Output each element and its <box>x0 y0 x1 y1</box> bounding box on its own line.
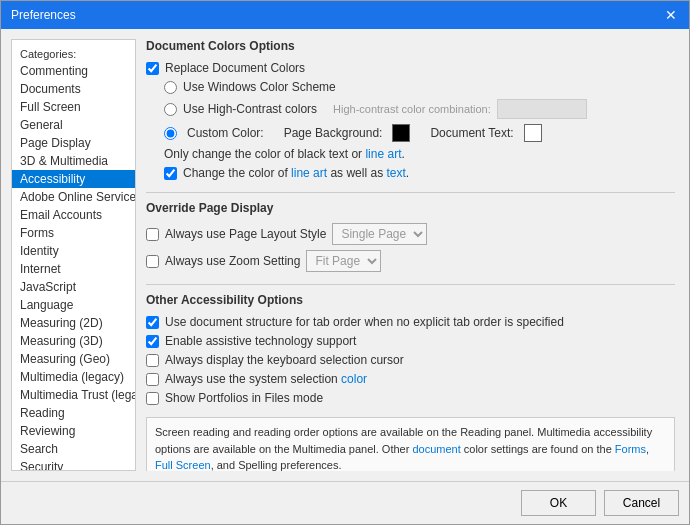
preferences-dialog: Preferences ✕ Categories: CommentingDocu… <box>0 0 690 525</box>
full-screen-link[interactable]: Full Screen <box>155 459 211 471</box>
system-color-link[interactable]: color <box>341 372 367 386</box>
ok-button[interactable]: OK <box>521 490 596 516</box>
use-doc-structure-row: Use document structure for tab order whe… <box>146 315 675 329</box>
override-page-display-section: Override Page Display Always use Page La… <box>146 201 675 272</box>
sidebar: Categories: CommentingDocumentsFull Scre… <box>11 39 136 471</box>
show-portfolios-checkbox[interactable] <box>146 392 159 405</box>
dialog-title: Preferences <box>11 8 76 22</box>
sidebar-item-full-screen[interactable]: Full Screen <box>12 98 135 116</box>
zoom-dropdown[interactable]: Fit Page <box>306 250 381 272</box>
sidebar-item-3d-&-multimedia[interactable]: 3D & Multimedia <box>12 152 135 170</box>
other-accessibility-section: Other Accessibility Options Use document… <box>146 293 675 405</box>
sidebar-item-measuring-3d[interactable]: Measuring (3D) <box>12 332 135 350</box>
zoom-setting-row: Always use Zoom Setting Fit Page <box>146 250 675 272</box>
page-background-swatch[interactable] <box>392 124 410 142</box>
override-page-display-title: Override Page Display <box>146 201 675 215</box>
close-button[interactable]: ✕ <box>663 7 679 23</box>
change-color-line-art-row: Change the color of line art as well as … <box>164 166 675 180</box>
categories-label: Categories: <box>12 44 135 62</box>
replace-doc-colors-row: Replace Document Colors <box>146 61 675 75</box>
sidebar-item-multimedia-legacy[interactable]: Multimedia (legacy) <box>12 368 135 386</box>
sidebar-item-adobe-online-services[interactable]: Adobe Online Services <box>12 188 135 206</box>
replace-doc-colors-checkbox[interactable] <box>146 62 159 75</box>
always-use-system-checkbox[interactable] <box>146 373 159 386</box>
custom-color-label[interactable]: Custom Color: <box>187 126 264 140</box>
main-panel: Document Colors Options Replace Document… <box>146 39 679 471</box>
always-display-keyboard-checkbox[interactable] <box>146 354 159 367</box>
always-use-system-label: Always use the system selection color <box>165 372 367 386</box>
enable-assistive-row: Enable assistive technology support <box>146 334 675 348</box>
always-display-keyboard-row: Always display the keyboard selection cu… <box>146 353 675 367</box>
sidebar-item-identity[interactable]: Identity <box>12 242 135 260</box>
scrollable-content: Document Colors Options Replace Document… <box>146 39 679 471</box>
high-contrast-color-field[interactable] <box>497 99 587 119</box>
high-contrast-row: Use High-Contrast colors High-contrast c… <box>164 99 675 119</box>
windows-color-scheme-row: Use Windows Color Scheme <box>164 80 675 94</box>
page-layout-row: Always use Page Layout Style Single Page <box>146 223 675 245</box>
show-portfolios-row: Show Portfolios in Files mode <box>146 391 675 405</box>
sidebar-item-accessibility[interactable]: Accessibility <box>12 170 135 188</box>
document-link[interactable]: document <box>412 443 460 455</box>
info-text-1: Screen reading and reading order options… <box>155 426 652 471</box>
only-change-color-row: Only change the color of black text or l… <box>164 147 675 161</box>
sidebar-item-javascript[interactable]: JavaScript <box>12 278 135 296</box>
info-box: Screen reading and reading order options… <box>146 417 675 471</box>
divider-2 <box>146 284 675 285</box>
doc-colors-title: Document Colors Options <box>146 39 675 53</box>
line-art-link-2[interactable]: line art <box>291 166 327 180</box>
cancel-button[interactable]: Cancel <box>604 490 679 516</box>
sidebar-item-general[interactable]: General <box>12 116 135 134</box>
high-contrast-radio[interactable] <box>164 103 177 116</box>
doc-colors-section: Document Colors Options Replace Document… <box>146 39 675 180</box>
text-link-1[interactable]: text <box>386 166 405 180</box>
page-background-label: Page Background: <box>284 126 383 140</box>
use-doc-structure-label[interactable]: Use document structure for tab order whe… <box>165 315 564 329</box>
button-row: OK Cancel <box>1 481 689 524</box>
windows-color-scheme-radio[interactable] <box>164 81 177 94</box>
always-page-layout-checkbox[interactable] <box>146 228 159 241</box>
use-doc-structure-checkbox[interactable] <box>146 316 159 329</box>
enable-assistive-label[interactable]: Enable assistive technology support <box>165 334 356 348</box>
sidebar-item-documents[interactable]: Documents <box>12 80 135 98</box>
replace-doc-colors-label[interactable]: Replace Document Colors <box>165 61 305 75</box>
high-contrast-label[interactable]: Use High-Contrast colors <box>183 102 317 116</box>
divider-1 <box>146 192 675 193</box>
document-text-label: Document Text: <box>430 126 513 140</box>
change-color-line-art-label: Change the color of line art as well as … <box>183 166 409 180</box>
high-contrast-combo-label: High-contrast color combination: <box>333 103 491 115</box>
always-zoom-checkbox[interactable] <box>146 255 159 268</box>
sidebar-item-language[interactable]: Language <box>12 296 135 314</box>
dialog-body: Categories: CommentingDocumentsFull Scre… <box>1 29 689 481</box>
sidebar-item-reading[interactable]: Reading <box>12 404 135 422</box>
sidebar-item-security[interactable]: Security <box>12 458 135 471</box>
show-portfolios-label[interactable]: Show Portfolios in Files mode <box>165 391 323 405</box>
custom-color-row: Custom Color: Page Background: Document … <box>164 124 675 142</box>
only-change-color-text: Only change the color of black text or l… <box>164 147 405 161</box>
sidebar-item-email-accounts[interactable]: Email Accounts <box>12 206 135 224</box>
always-page-layout-label[interactable]: Always use Page Layout Style <box>165 227 326 241</box>
windows-color-scheme-label[interactable]: Use Windows Color Scheme <box>183 80 336 94</box>
sidebar-item-page-display[interactable]: Page Display <box>12 134 135 152</box>
forms-link[interactable]: Forms <box>615 443 646 455</box>
sidebar-item-search[interactable]: Search <box>12 440 135 458</box>
sidebar-item-internet[interactable]: Internet <box>12 260 135 278</box>
enable-assistive-checkbox[interactable] <box>146 335 159 348</box>
always-display-keyboard-label[interactable]: Always display the keyboard selection cu… <box>165 353 404 367</box>
always-use-system-row: Always use the system selection color <box>146 372 675 386</box>
other-accessibility-title: Other Accessibility Options <box>146 293 675 307</box>
sidebar-item-forms[interactable]: Forms <box>12 224 135 242</box>
line-art-link-1[interactable]: line art <box>365 147 401 161</box>
sidebar-item-measuring-geo[interactable]: Measuring (Geo) <box>12 350 135 368</box>
sidebar-item-commenting[interactable]: Commenting <box>12 62 135 80</box>
sidebar-item-multimedia-trust-legacy[interactable]: Multimedia Trust (legacy) <box>12 386 135 404</box>
page-layout-dropdown[interactable]: Single Page <box>332 223 427 245</box>
change-color-line-art-checkbox[interactable] <box>164 167 177 180</box>
sidebar-item-measuring-2d[interactable]: Measuring (2D) <box>12 314 135 332</box>
always-zoom-label[interactable]: Always use Zoom Setting <box>165 254 300 268</box>
title-bar: Preferences ✕ <box>1 1 689 29</box>
sidebar-item-reviewing[interactable]: Reviewing <box>12 422 135 440</box>
document-text-swatch[interactable] <box>524 124 542 142</box>
custom-color-radio[interactable] <box>164 127 177 140</box>
